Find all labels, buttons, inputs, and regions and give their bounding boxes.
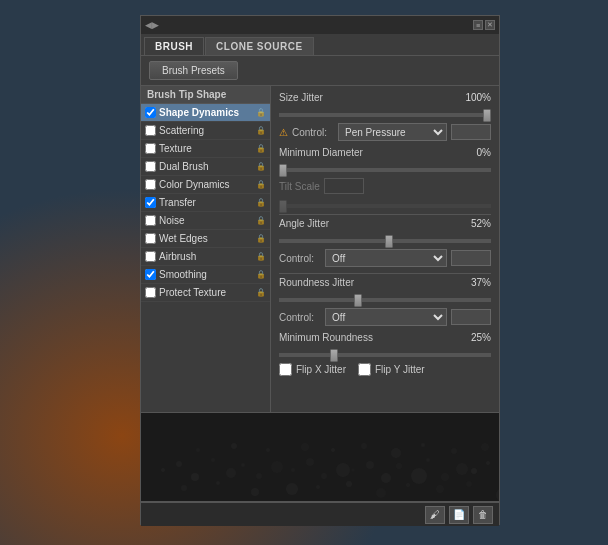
checkbox-scattering[interactable]: [145, 125, 156, 136]
sidebar-item-shape-dynamics[interactable]: Shape Dynamics 🔒: [141, 104, 270, 122]
lock-icon-texture: 🔒: [256, 144, 266, 154]
brush-panel: ◀▶ ≡ ✕ BRUSH CLONE SOURCE Brush Presets …: [140, 15, 500, 525]
brush-dot: [451, 448, 457, 454]
control-angle-row: Control: Off Fade Pen Pressure Pen Tilt: [279, 249, 491, 267]
titlebar-close-btn[interactable]: ✕: [485, 20, 495, 30]
angle-jitter-slider[interactable]: [279, 239, 491, 243]
sidebar-label-scattering: Scattering: [159, 125, 253, 136]
size-jitter-slider[interactable]: [279, 113, 491, 117]
roundness-jitter-slider[interactable]: [279, 298, 491, 302]
sidebar-label-protect-texture: Protect Texture: [159, 287, 253, 298]
checkbox-texture[interactable]: [145, 143, 156, 154]
warning-icon: ⚠: [279, 127, 288, 138]
checkbox-protect-texture[interactable]: [145, 287, 156, 298]
sidebar-item-dual-brush[interactable]: Dual Brush 🔒: [141, 158, 270, 176]
sidebar-label-dual-brush: Dual Brush: [159, 161, 253, 172]
sidebar-item-color-dynamics[interactable]: Color Dynamics 🔒: [141, 176, 270, 194]
bottom-toolbar: 🖌 📄 🗑: [141, 502, 499, 526]
flip-x-checkbox[interactable]: [279, 363, 292, 376]
titlebar-menu-btn[interactable]: ≡: [473, 20, 483, 30]
brush-dot: [351, 468, 355, 472]
tab-brush[interactable]: BRUSH: [144, 37, 204, 55]
control-roundness-row: Control: Off Fade Pen Pressure Pen Tilt: [279, 308, 491, 326]
checkbox-dual-brush[interactable]: [145, 161, 156, 172]
flip-x-row: Flip X Jitter: [279, 363, 346, 376]
tab-clone-source[interactable]: CLONE SOURCE: [205, 37, 314, 55]
sidebar-item-wet-edges[interactable]: Wet Edges 🔒: [141, 230, 270, 248]
brush-dot: [226, 468, 236, 478]
roundness-jitter-label: Roundness Jitter: [279, 277, 455, 288]
control-angle-input[interactable]: [451, 250, 491, 266]
checkbox-color-dynamics[interactable]: [145, 179, 156, 190]
create-new-brush-btn[interactable]: 📄: [449, 506, 469, 524]
delete-brush-btn[interactable]: 🗑: [473, 506, 493, 524]
brush-dot: [406, 483, 410, 487]
min-diameter-value: 0%: [459, 147, 491, 158]
sidebar-item-noise[interactable]: Noise 🔒: [141, 212, 270, 230]
control-size-select[interactable]: Pen Pressure Off Fade Pen Tilt Stylus Wh…: [338, 123, 447, 141]
control-roundness-select[interactable]: Off Fade Pen Pressure Pen Tilt: [325, 308, 447, 326]
sidebar-item-smoothing[interactable]: Smoothing 🔒: [141, 266, 270, 284]
brush-dot: [251, 488, 259, 496]
checkbox-transfer[interactable]: [145, 197, 156, 208]
sidebar-item-scattering[interactable]: Scattering 🔒: [141, 122, 270, 140]
brush-dot: [161, 468, 165, 472]
sidebar-label-color-dynamics: Color Dynamics: [159, 179, 253, 190]
panel-titlebar: ◀▶ ≡ ✕: [141, 16, 499, 34]
roundness-jitter-row: Roundness Jitter 37%: [279, 277, 491, 288]
flip-x-label: Flip X Jitter: [296, 364, 346, 375]
brush-presets-button[interactable]: Brush Presets: [149, 61, 238, 80]
min-roundness-slider[interactable]: [279, 353, 491, 357]
checkbox-smoothing[interactable]: [145, 269, 156, 280]
min-roundness-slider-container: [279, 347, 491, 359]
sidebar-item-transfer[interactable]: Transfer 🔒: [141, 194, 270, 212]
lock-icon-smoothing: 🔒: [256, 270, 266, 280]
sidebar-item-texture[interactable]: Texture 🔒: [141, 140, 270, 158]
flip-y-checkbox[interactable]: [358, 363, 371, 376]
sidebar-item-airbrush[interactable]: Airbrush 🔒: [141, 248, 270, 266]
flip-y-row: Flip Y Jitter: [358, 363, 425, 376]
brush-dot: [196, 448, 200, 452]
sidebar-label-shape-dynamics: Shape Dynamics: [159, 107, 253, 118]
brush-dot: [256, 473, 262, 479]
brush-dot: [291, 468, 295, 472]
control-angle-select[interactable]: Off Fade Pen Pressure Pen Tilt: [325, 249, 447, 267]
tilt-scale-row: Tilt Scale: [279, 178, 491, 194]
sidebar-label-wet-edges: Wet Edges: [159, 233, 253, 244]
brush-dot: [396, 463, 402, 469]
checkbox-wet-edges[interactable]: [145, 233, 156, 244]
brush-dot: [376, 488, 386, 498]
brush-dot: [366, 461, 374, 469]
sidebar-item-protect-texture[interactable]: Protect Texture 🔒: [141, 284, 270, 302]
brush-dot: [231, 443, 237, 449]
tilt-scale-input: [324, 178, 364, 194]
checkbox-airbrush[interactable]: [145, 251, 156, 262]
min-diameter-slider-container: [279, 162, 491, 174]
lock-icon-dual-brush: 🔒: [256, 162, 266, 172]
brush-dot: [496, 488, 499, 502]
control-size-input[interactable]: [451, 124, 491, 140]
brush-dot: [466, 481, 472, 487]
brush-dot: [471, 468, 477, 474]
brush-preview-area: [141, 412, 499, 502]
control-roundness-input[interactable]: [451, 309, 491, 325]
lock-icon-wet-edges: 🔒: [256, 234, 266, 244]
roundness-jitter-slider-container: [279, 292, 491, 304]
lock-icon-transfer: 🔒: [256, 198, 266, 208]
brush-dot: [456, 463, 468, 475]
checkbox-shape-dynamics[interactable]: [145, 107, 156, 118]
lock-icon-noise: 🔒: [256, 216, 266, 226]
brush-dot: [361, 443, 367, 449]
flip-row: Flip X Jitter Flip Y Jitter: [279, 363, 491, 376]
content-area: Brush Tip Shape Shape Dynamics 🔒 Scatter…: [141, 86, 499, 412]
brush-dot: [321, 473, 327, 479]
brush-dot: [411, 468, 427, 484]
control-angle-label: Control:: [279, 253, 321, 264]
brush-preview-btn[interactable]: 🖌: [425, 506, 445, 524]
min-diameter-slider[interactable]: [279, 168, 491, 172]
lock-icon-shape-dynamics: 🔒: [256, 108, 266, 118]
tilt-scale-slider: [279, 204, 491, 208]
sidebar-label-airbrush: Airbrush: [159, 251, 253, 262]
checkbox-noise[interactable]: [145, 215, 156, 226]
brush-presets-row: Brush Presets: [141, 56, 499, 86]
